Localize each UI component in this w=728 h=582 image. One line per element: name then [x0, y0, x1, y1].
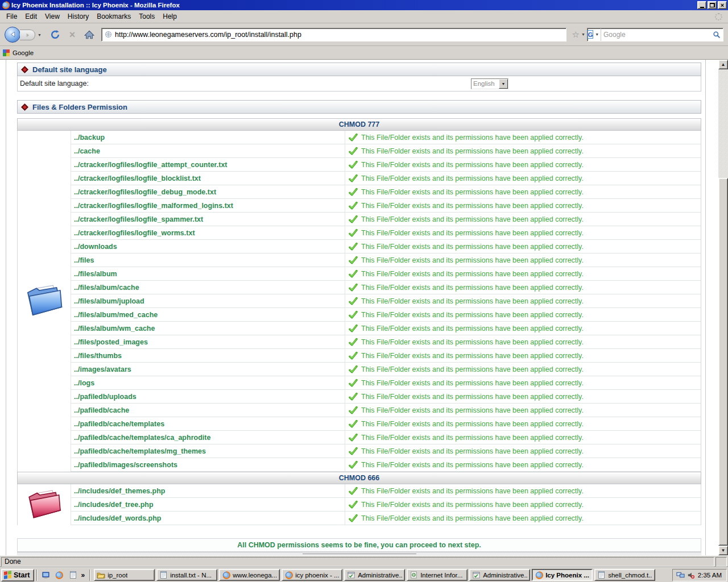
scrollbar-thumb[interactable]	[718, 178, 728, 546]
language-label: Default site language:	[18, 80, 471, 88]
status-text: This File/Folder exists and its permissi…	[361, 487, 584, 495]
status-cell: This File/Folder exists and its permissi…	[345, 498, 701, 511]
back-button[interactable]	[5, 27, 20, 43]
taskbar-button[interactable]: Internet Infor...	[407, 569, 468, 581]
admin-tools-icon	[347, 571, 355, 579]
scroll-up-button[interactable]: ▲	[718, 60, 728, 69]
search-bar[interactable]: G ▼	[587, 28, 723, 41]
search-engine-dropdown-icon[interactable]: ▼	[595, 32, 599, 36]
table-row: ../pafiledb/cacheThis File/Folder exists…	[71, 404, 701, 417]
check-icon	[349, 406, 358, 415]
google-g-icon: G	[588, 30, 594, 39]
status-text: This File/Folder exists and its permissi…	[361, 161, 584, 169]
scroll-down-button[interactable]: ▼	[718, 546, 728, 555]
bookmark-google[interactable]: Google	[3, 49, 34, 56]
forward-button[interactable]	[20, 30, 35, 40]
path-cell: ../cache	[71, 144, 345, 157]
taskbar-button[interactable]: Administrative...	[344, 569, 405, 581]
status-text: This File/Folder exists and its permissi…	[361, 297, 584, 305]
taskbar-button[interactable]: icy phoenix - ...	[282, 569, 342, 581]
table-row: ../filesThis File/Folder exists and its …	[71, 253, 701, 267]
menu-bookmarks[interactable]: Bookmarks	[93, 11, 135, 22]
volume-muted-icon[interactable]	[687, 571, 695, 579]
status-cell: This File/Folder exists and its permissi…	[345, 484, 701, 497]
search-engine-badge[interactable]: G ▼	[588, 28, 601, 41]
table-row: ../logsThis File/Folder exists and its p…	[71, 376, 701, 390]
url-dropdown-icon[interactable]: ▼	[581, 32, 585, 36]
taskbar-button[interactable]: install.txt - N...	[156, 569, 217, 581]
check-icon	[349, 310, 358, 319]
menu-tools[interactable]: Tools	[135, 11, 159, 22]
tray-clock[interactable]: 2:35 AM	[698, 572, 722, 579]
url-input[interactable]	[115, 31, 563, 39]
menu-file[interactable]: File	[2, 11, 21, 22]
menu-history[interactable]: History	[64, 11, 93, 22]
task-label: ip_root	[107, 572, 127, 579]
scrollbar-track[interactable]	[718, 69, 728, 546]
table-row: ../files/albumThis File/Folder exists an…	[71, 267, 701, 281]
path-cell: ../includes/def_tree.php	[71, 498, 345, 511]
vertical-scrollbar[interactable]: ▲ ▼	[718, 60, 728, 555]
restore-button[interactable]	[708, 1, 717, 9]
taskbar-button[interactable]: shell_chmod.t...	[594, 569, 655, 581]
taskbar: Start » ip_rootinstall.txt - N...www.leo…	[0, 567, 728, 582]
menu-help[interactable]: Help	[159, 11, 181, 22]
menu-edit[interactable]: Edit	[21, 11, 41, 22]
table-row: ../ctracker/logfiles/logfile_worms.txtTh…	[71, 226, 701, 240]
show-desktop-icon[interactable]	[40, 569, 51, 581]
path-cell: ../files/thumbs	[71, 349, 345, 362]
taskbar-button[interactable]: Administrative...	[469, 569, 530, 581]
reload-button[interactable]	[48, 27, 63, 42]
status-cell: This File/Folder exists and its permissi…	[345, 213, 701, 226]
table-row: ../includes/def_tree.phpThis File/Folder…	[71, 498, 701, 512]
firefox-icon	[222, 571, 230, 579]
check-icon	[349, 256, 358, 265]
start-button[interactable]: Start	[1, 569, 34, 581]
home-button[interactable]	[82, 27, 97, 42]
taskbar-button[interactable]: www.leonega...	[219, 569, 280, 581]
status-text: This File/Folder exists and its permissi…	[361, 365, 584, 373]
taskbar-button[interactable]: ip_root	[94, 569, 155, 581]
check-icon	[349, 283, 358, 292]
stop-button[interactable]: ×	[65, 27, 80, 42]
search-input[interactable]	[601, 31, 713, 39]
status-text: This File/Folder exists and its permissi…	[361, 434, 584, 442]
check-icon	[349, 324, 358, 333]
table-row: ../ctracker/logfiles/logfile_blocklist.t…	[71, 172, 701, 185]
table-row: ../files/thumbsThis File/Folder exists a…	[71, 349, 701, 363]
permissions-section-title: Files & Folders Permission	[32, 103, 127, 111]
path-cell: ../ctracker/logfiles/logfile_debug_mode.…	[71, 185, 345, 198]
network-icon[interactable]	[676, 572, 685, 579]
table-row: ../files/album/juploadThis File/Folder e…	[71, 294, 701, 308]
firefox-icon[interactable]	[53, 569, 65, 581]
status-cell: This File/Folder exists and its permissi…	[345, 281, 701, 294]
check-icon	[349, 338, 358, 347]
status-text: This File/Folder exists and its permissi…	[361, 188, 584, 196]
blue-folder-icon	[18, 131, 71, 472]
check-icon	[349, 133, 358, 142]
close-button[interactable]: ×	[718, 1, 727, 9]
quick-launch-overflow-button[interactable]: »	[78, 571, 87, 579]
status-text: This File/Folder exists and its permissi…	[361, 256, 584, 264]
select-dropdown-icon[interactable]: ▼	[499, 79, 508, 89]
status-cell: This File/Folder exists and its permissi…	[345, 158, 701, 171]
menu-view[interactable]: View	[41, 11, 64, 22]
search-magnifier-icon[interactable]	[713, 31, 721, 39]
bookmark-label: Google	[13, 49, 34, 56]
check-icon	[349, 147, 358, 156]
table-row: ../files/album/wm_cacheThis File/Folder …	[71, 322, 701, 335]
url-bar[interactable]	[101, 28, 566, 41]
language-select[interactable]: English ▼	[471, 78, 508, 89]
history-dropdown-icon[interactable]: ▼	[38, 33, 42, 37]
minimize-button[interactable]	[697, 1, 706, 9]
status-cell: This File/Folder exists and its permissi…	[345, 444, 701, 458]
status-cell: This File/Folder exists and its permissi…	[345, 131, 701, 144]
permission-rows: ../backupThis File/Folder exists and its…	[71, 131, 701, 472]
check-icon	[349, 447, 358, 456]
notepad-icon[interactable]	[67, 569, 78, 581]
bookmark-star-icon[interactable]: ☆	[572, 31, 580, 39]
taskbar-button[interactable]: Icy Phoenix ...	[532, 569, 593, 581]
status-cell: This File/Folder exists and its permissi…	[345, 267, 701, 280]
path-cell: ../downloads	[71, 240, 345, 253]
path-cell: ../pafiledb/cache/templates	[71, 417, 345, 430]
